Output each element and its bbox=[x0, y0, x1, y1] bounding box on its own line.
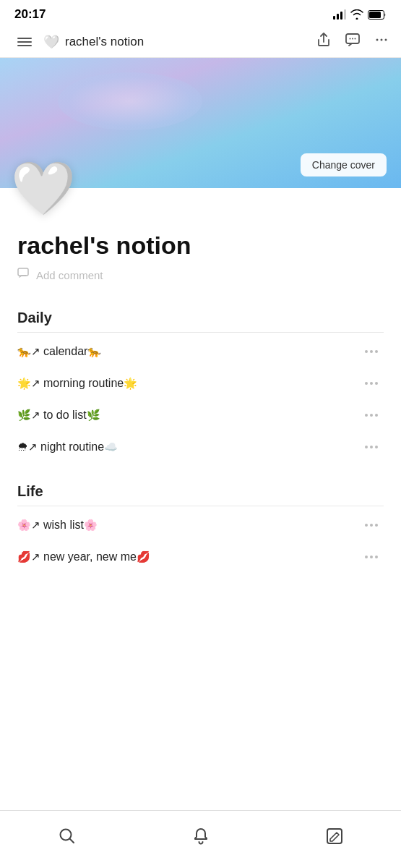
night-suffix-icon: ☁️ bbox=[104, 441, 118, 454]
notifications-tab[interactable] bbox=[191, 827, 210, 846]
night-prefix-icon: 🌨↗ bbox=[17, 441, 38, 454]
todo-text: to do list bbox=[43, 409, 87, 422]
change-cover-button[interactable]: Change cover bbox=[301, 153, 387, 176]
nav-title: rachel's notion bbox=[65, 35, 144, 49]
nav-bar: 🤍 rachel's notion bbox=[0, 26, 401, 58]
nav-page-icon: 🤍 bbox=[43, 34, 59, 50]
todo-suffix-icon: 🌿 bbox=[87, 409, 100, 422]
wifi-icon bbox=[350, 9, 363, 20]
status-icons bbox=[333, 9, 387, 20]
svg-point-3 bbox=[350, 38, 351, 40]
svg-point-8 bbox=[385, 39, 387, 41]
menu-button[interactable] bbox=[12, 33, 38, 51]
chat-button[interactable] bbox=[345, 32, 361, 51]
cover-decoration bbox=[58, 72, 202, 130]
page-icon-wrap: 🤍 bbox=[14, 159, 72, 217]
svg-rect-11 bbox=[327, 829, 342, 843]
page-title: rachel's notion bbox=[17, 231, 384, 260]
night-text: night routine bbox=[40, 441, 104, 454]
battery-icon bbox=[368, 10, 387, 20]
wishlist-text: wish list bbox=[43, 519, 84, 532]
svg-point-10 bbox=[60, 829, 71, 840]
add-comment-text: Add comment bbox=[36, 269, 103, 281]
svg-rect-9 bbox=[18, 268, 28, 276]
list-item[interactable]: 🐆↗ calendar 🐆 bbox=[17, 336, 384, 367]
calendar-suffix-icon: 🐆 bbox=[87, 345, 101, 358]
page-content: rachel's notion Add comment bbox=[0, 217, 401, 284]
todo-more-button[interactable] bbox=[359, 411, 384, 420]
list-item[interactable]: 🌿↗ to do list 🌿 bbox=[17, 399, 384, 431]
newyear-text: new year, new me bbox=[43, 550, 137, 563]
morning-more-button[interactable] bbox=[359, 379, 384, 388]
list-item-todo-left: 🌿↗ to do list 🌿 bbox=[17, 409, 103, 422]
status-bar: 20:17 bbox=[0, 0, 401, 26]
list-item-calendar-left: 🐆↗ calendar 🐆 bbox=[17, 345, 104, 358]
section-daily-divider bbox=[17, 332, 384, 333]
list-item[interactable]: 🌟↗ morning routine 🌟 bbox=[17, 367, 384, 399]
status-time: 20:17 bbox=[14, 7, 46, 22]
list-item-wishlist-left: 🌸↗ wish list 🌸 bbox=[17, 519, 100, 532]
svg-point-4 bbox=[352, 38, 353, 40]
list-item[interactable]: 🌸↗ wish list 🌸 bbox=[17, 509, 384, 541]
list-item-morning-left: 🌟↗ morning routine 🌟 bbox=[17, 377, 140, 390]
todo-prefix-icon: 🌿↗ bbox=[17, 409, 40, 422]
newyear-prefix-icon: 💋↗ bbox=[17, 550, 40, 563]
svg-rect-1 bbox=[369, 12, 381, 18]
section-life-divider bbox=[17, 506, 384, 506]
list-item-night-left: 🌨↗ night routine ☁️ bbox=[17, 441, 121, 454]
newyear-more-button[interactable] bbox=[359, 553, 384, 561]
wishlist-suffix-icon: 🌸 bbox=[84, 519, 98, 532]
calendar-text: calendar bbox=[43, 345, 87, 358]
list-item[interactable]: 💋↗ new year, new me 💋 bbox=[17, 541, 384, 573]
section-life: Life 🌸↗ wish list 🌸 💋↗ new year, new me … bbox=[0, 483, 401, 573]
share-button[interactable] bbox=[316, 32, 332, 51]
wishlist-prefix-icon: 🌸↗ bbox=[17, 519, 40, 532]
section-daily-title: Daily bbox=[17, 310, 384, 326]
more-button[interactable] bbox=[374, 32, 389, 51]
newyear-suffix-icon: 💋 bbox=[137, 550, 150, 563]
morning-prefix-icon: 🌟↗ bbox=[17, 377, 40, 390]
calendar-prefix-icon: 🐆↗ bbox=[17, 345, 40, 358]
bottom-tab-bar bbox=[0, 810, 401, 868]
nav-title-area: 🤍 rachel's notion bbox=[43, 34, 316, 50]
wishlist-more-button[interactable] bbox=[359, 521, 384, 529]
signal-icon bbox=[333, 9, 346, 20]
section-daily: Daily 🐆↗ calendar 🐆 🌟↗ morning routine 🌟… bbox=[0, 310, 401, 463]
comment-icon bbox=[17, 267, 30, 284]
nav-actions bbox=[316, 32, 389, 51]
calendar-more-button[interactable] bbox=[359, 347, 384, 356]
section-life-title: Life bbox=[17, 483, 384, 500]
morning-suffix-icon: 🌟 bbox=[124, 377, 137, 390]
svg-point-6 bbox=[376, 39, 379, 41]
page-icon: 🤍 bbox=[11, 162, 76, 214]
add-comment-row[interactable]: Add comment bbox=[17, 267, 384, 284]
morning-text: morning routine bbox=[43, 377, 124, 390]
list-item-newyear-left: 💋↗ new year, new me 💋 bbox=[17, 550, 153, 563]
edit-tab[interactable] bbox=[325, 827, 344, 846]
svg-point-5 bbox=[355, 38, 356, 40]
svg-point-7 bbox=[381, 39, 383, 41]
list-item[interactable]: 🌨↗ night routine ☁️ bbox=[17, 431, 384, 463]
search-tab[interactable] bbox=[58, 827, 77, 846]
night-more-button[interactable] bbox=[359, 443, 384, 451]
